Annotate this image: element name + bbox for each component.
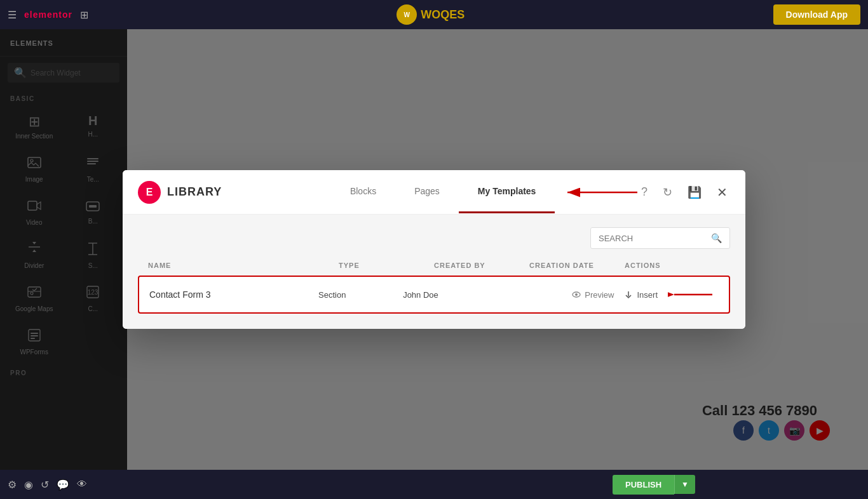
modal-logo-circle: E xyxy=(138,181,161,204)
brand-circle: W xyxy=(397,4,417,25)
search-area: 🔍 xyxy=(123,215,745,255)
publish-button[interactable]: PUBLISH xyxy=(613,475,674,495)
bottom-bar: ⚙ ◉ ↺ 💬 👁 PUBLISH ▼ xyxy=(0,470,868,499)
tab-my-templates[interactable]: My Templates xyxy=(459,171,555,213)
brand-logo: W WOQES xyxy=(397,4,465,25)
modal-body: 🔍 NAME TYPE CREATED BY CREATION DATE ACT… xyxy=(123,215,745,329)
table-header: NAME TYPE CREATED BY CREATION DATE ACTIO… xyxy=(138,255,730,276)
history-icon[interactable]: ↺ xyxy=(41,479,49,491)
header-creation-date: CREATION DATE xyxy=(529,262,625,269)
save-icon-button[interactable]: 💾 xyxy=(685,183,704,202)
search-input[interactable] xyxy=(599,234,706,243)
modal-header: E LIBRARY Blocks Pages My Templates xyxy=(123,170,745,215)
modal-logo: E LIBRARY xyxy=(138,181,222,204)
tab-blocks[interactable]: Blocks xyxy=(331,171,395,213)
header-created-by: CREATED BY xyxy=(434,262,529,269)
publish-btn-group: PUBLISH ▼ xyxy=(613,475,695,495)
help-icon-button[interactable]: ? xyxy=(639,183,650,201)
grid-icon[interactable]: ⊞ xyxy=(80,9,88,21)
chat-icon[interactable]: 💬 xyxy=(57,479,69,491)
publish-dropdown-button[interactable]: ▼ xyxy=(674,475,695,494)
insert-annotation-arrow xyxy=(668,287,719,302)
table-row: Contact Form 3 Section John Doe Preview xyxy=(138,276,730,314)
header-type: TYPE xyxy=(339,262,434,269)
header-name: NAME xyxy=(148,262,339,269)
editor-background: ☰ elementor ⊞ W WOQES Download App ELEME… xyxy=(0,0,868,499)
insert-button[interactable]: Insert xyxy=(624,290,658,300)
tab-pages[interactable]: Pages xyxy=(395,171,459,213)
brand-name: WOQES xyxy=(421,8,465,22)
settings-icon[interactable]: ⚙ xyxy=(8,479,17,491)
insert-icon xyxy=(624,290,633,299)
download-app-button[interactable]: Download App xyxy=(773,4,860,25)
modal-header-icons: ? ↻ 💾 ✕ xyxy=(639,182,730,203)
header-actions: ACTIONS xyxy=(625,262,720,269)
hamburger-icon[interactable]: ☰ xyxy=(8,9,17,21)
refresh-icon-button[interactable]: ↻ xyxy=(660,183,675,202)
preview-button[interactable]: Preview xyxy=(572,290,614,300)
modal-overlay[interactable]: E LIBRARY Blocks Pages My Templates xyxy=(0,29,868,470)
modal-close-button[interactable]: ✕ xyxy=(714,182,730,203)
table-container: NAME TYPE CREATED BY CREATION DATE ACTIO… xyxy=(123,255,745,329)
modal-library-label: LIBRARY xyxy=(167,185,222,199)
search-icon: 🔍 xyxy=(711,233,722,243)
modal-tabs: Blocks Pages My Templates xyxy=(247,171,639,213)
eye-icon[interactable]: 👁 xyxy=(77,479,87,490)
row-actions: Preview Insert xyxy=(572,287,719,302)
svg-point-25 xyxy=(575,293,578,296)
library-modal: E LIBRARY Blocks Pages My Templates xyxy=(123,170,745,329)
row-name: Contact Form 3 xyxy=(149,289,318,300)
row-type: Section xyxy=(318,290,403,300)
eye-preview-icon xyxy=(572,290,581,299)
responsive-icon[interactable]: ◉ xyxy=(24,479,33,491)
row-created-by: John Doe xyxy=(403,290,487,300)
top-bar-left: ☰ elementor ⊞ xyxy=(8,9,88,21)
elementor-logo: elementor xyxy=(24,10,72,20)
top-bar: ☰ elementor ⊞ W WOQES Download App xyxy=(0,0,868,29)
search-box[interactable]: 🔍 xyxy=(590,227,730,249)
